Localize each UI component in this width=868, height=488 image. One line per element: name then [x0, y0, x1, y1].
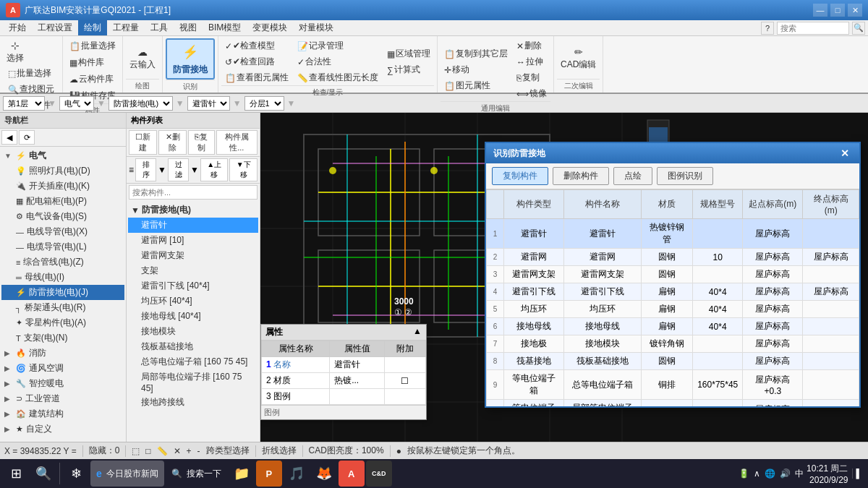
menu-project-settings[interactable]: 工程设置	[32, 20, 78, 35]
del-comp-dialog-button[interactable]: 删除构件	[553, 167, 609, 185]
sidebar-item-piping[interactable]: ▶ ⊃工业管道	[1, 391, 124, 406]
dialog-row[interactable]: 2 避雷网 避雷网 圆钢 10 屋庐标高 屋庐标高	[487, 249, 859, 266]
comp-item-lightning-rod[interactable]: 避雷针	[128, 218, 258, 233]
lightning-rod-button[interactable]: ⚡ 防雷接地	[166, 38, 215, 80]
layer-select[interactable]: 分层1 分层2	[244, 96, 284, 111]
menu-bim[interactable]: BIM模型	[203, 20, 247, 35]
tray-expand[interactable]: ∧	[754, 468, 760, 479]
sidebar-item-switches[interactable]: 🔌开关插座(电)(K)	[1, 179, 124, 194]
sidebar-item-composite[interactable]: ≡综合管线(电)(Z)	[1, 254, 124, 270]
dialog-row[interactable]: 1 避雷针 避雷针 热镀锌钢管 屋庐标高	[487, 219, 859, 249]
stretch-button[interactable]: ↔拉伸	[513, 54, 550, 69]
sidebar-item-distbox[interactable]: ▦配电箱柜(电)(P)	[1, 194, 124, 209]
comp-item-raft-ground[interactable]: 筏板基础接地	[128, 339, 258, 354]
show-desktop[interactable]: ▌	[852, 468, 865, 479]
comp-type-select[interactable]: 防雷接地(电) 桥架通头(电)	[109, 96, 173, 111]
taskbar-music[interactable]: 🎵	[284, 461, 310, 487]
calc-formula-button[interactable]: ∑计算式	[383, 62, 434, 77]
elem-prop-button[interactable]: 📋图元属性	[441, 78, 511, 93]
sidebar-item-lights[interactable]: 💡照明灯具(电)(D)	[1, 163, 124, 179]
legend-recognize-button[interactable]: 图例识别	[657, 167, 713, 185]
sidebar-item-tray-head[interactable]: ┐桥架通头(电)(R)	[1, 300, 124, 315]
sort-button[interactable]: 排序	[135, 158, 156, 181]
maximize-button[interactable]: □	[830, 4, 845, 17]
move-button[interactable]: ✛移动	[441, 62, 511, 77]
comp-search-input[interactable]	[129, 185, 258, 200]
tray-battery[interactable]: 🔋	[739, 468, 749, 479]
del-comp-button[interactable]: ✕删除	[158, 130, 186, 155]
comp-select[interactable]: 避雷针 避雷网	[187, 96, 230, 111]
dialog-table-wrapper[interactable]: 构件类型 构件名称 材质 规格型号 起点标高(m) 终点标高(m) 1 避雷针 …	[486, 189, 859, 406]
dialog-row[interactable]: 9 等电位端子箱 总等电位端子箱 铜排 160*75*45 屋庐标高+0.3	[487, 370, 859, 400]
clock[interactable]: 10:21 周二 2020/9/29	[807, 463, 852, 485]
copy-other-button[interactable]: 📋复制到其它层	[441, 46, 511, 61]
search-button-taskbar[interactable]: 🔍	[30, 461, 56, 487]
sidebar-item-custom[interactable]: ▶ ★自定义	[1, 421, 124, 437]
dialog-row[interactable]: 10 等电位端子箱 局部等电位端子箱 铜排 160*75*45 屋庐标高+0.3	[487, 400, 859, 407]
legal-check-button[interactable]: ✓合法性	[294, 54, 382, 69]
sidebar-item-bms[interactable]: ▶ 🔧智控暖电	[1, 376, 124, 391]
category-select[interactable]: 电气 消防	[59, 96, 94, 111]
dialog-row[interactable]: 4 避雷引下线 避雷引下线 扁钢 40*4 屋庐标高 屋庐标高	[487, 283, 859, 301]
close-button[interactable]: ✕	[848, 4, 862, 17]
batch-create-button[interactable]: 📋批量选择	[66, 38, 119, 53]
plus-icon[interactable]: +	[187, 446, 192, 456]
menu-engineering[interactable]: 工程量	[107, 20, 145, 35]
comp-item-ground-bus[interactable]: 接地母线 [40*4]	[128, 309, 258, 324]
minimize-button[interactable]: —	[813, 4, 827, 17]
cloud-input-button[interactable]: ☁ 云输入	[126, 45, 159, 72]
sidebar-item-bracket[interactable]: T支架(电)(N)	[1, 330, 124, 346]
minus-icon[interactable]: -	[197, 446, 200, 456]
comp-search[interactable]	[129, 185, 258, 200]
batch-select-button[interactable]: ⬚批量选择	[4, 66, 58, 81]
delete-button[interactable]: ✕删除	[513, 38, 550, 53]
sidebar-item-busbar[interactable]: ═母线(电)(I)	[1, 270, 124, 285]
taskbar-glodon[interactable]: A	[339, 461, 365, 487]
view-line-len-button[interactable]: 📏查看线性图元长度	[294, 70, 382, 85]
sidebar-item-hvac[interactable]: ▶ 🌀通风空调	[1, 361, 124, 376]
canvas-area[interactable]: 3000 ① ② X Y	[260, 113, 868, 442]
sidebar-back-button[interactable]: ◀	[1, 130, 17, 145]
dialog-row[interactable]: 6 接地母线 接地母线 扁钢 40*4 屋庐标高	[487, 318, 859, 335]
copy-button[interactable]: ⎘复制	[513, 70, 550, 85]
view-icon[interactable]: □	[145, 446, 150, 456]
new-comp-button[interactable]: ☐新建	[129, 130, 157, 155]
mirror-button[interactable]: ⟺镜像	[513, 86, 550, 101]
comp-item-net-bracket[interactable]: 避雷网支架	[128, 248, 258, 263]
taskbar-search-app[interactable]: 🔍搜索一下	[166, 461, 227, 487]
comp-lib-button[interactable]: ▦构件库	[66, 55, 108, 70]
select-button[interactable]: ⊹ 选择	[3, 38, 27, 66]
comp-item-bracket[interactable]: 支架	[128, 263, 258, 278]
filter-button[interactable]: 过滤	[168, 158, 189, 181]
move-down-button[interactable]: ▼下移	[229, 158, 258, 181]
cad-edit-button[interactable]: ✏ CAD编辑	[557, 45, 600, 72]
pick-mode[interactable]: 折线选择	[262, 445, 297, 457]
snap-icon[interactable]: ⬚	[132, 446, 140, 456]
tray-network[interactable]: 🌐	[765, 468, 775, 479]
copy-comp-dialog-button[interactable]: 复制构件	[492, 167, 548, 185]
menu-tools[interactable]: 工具	[145, 20, 174, 35]
menu-compare[interactable]: 对量模块	[293, 20, 339, 35]
dialog-row[interactable]: 8 筏基接地 筏板基础接地 圆钢 屋庐标高	[487, 353, 859, 370]
tray-volume[interactable]: 🔊	[780, 468, 791, 479]
taskbar-cmd[interactable]: C&D	[366, 461, 392, 487]
menu-view[interactable]: 视图	[174, 20, 203, 35]
taskbar-powerpoint[interactable]: P	[256, 461, 282, 487]
sidebar-refresh-button[interactable]: ⟳	[19, 130, 35, 145]
dialog-row[interactable]: 3 避雷网支架 避雷网支架 圆钢 屋庐标高	[487, 266, 859, 283]
sidebar-item-misc[interactable]: ✦零星构件(电)(A)	[1, 315, 124, 330]
start-button[interactable]: ⊞	[3, 461, 29, 487]
dialog-row[interactable]: 7 接地极 接地模块 镀锌角钢 屋庐标高	[487, 335, 859, 353]
taskbar-snowflake[interactable]: ❄	[63, 461, 89, 487]
cloud-comp-button[interactable]: ☁云构件库	[66, 72, 117, 87]
taskbar-browser[interactable]: e 今日股市新闻	[90, 461, 164, 487]
check-model-button[interactable]: ✓✔检查模型	[221, 38, 292, 53]
comp-prop-button[interactable]: 构件属性...	[216, 130, 258, 155]
sidebar-item-lightning[interactable]: ⚡防雷接地(电)(J)	[1, 285, 124, 300]
view-elem-button[interactable]: 📋查看图元属性	[221, 70, 292, 85]
region-manage-button[interactable]: ▦区域管理	[383, 46, 434, 61]
comp-item-jumper[interactable]: 接地跨接线	[128, 395, 258, 410]
search-button[interactable]: 🔍	[852, 22, 865, 35]
sidebar-item-wire[interactable]: —电线导管(电)(X)	[1, 224, 124, 239]
floor-select[interactable]: 第-1层 第1层 第2层	[3, 96, 45, 111]
